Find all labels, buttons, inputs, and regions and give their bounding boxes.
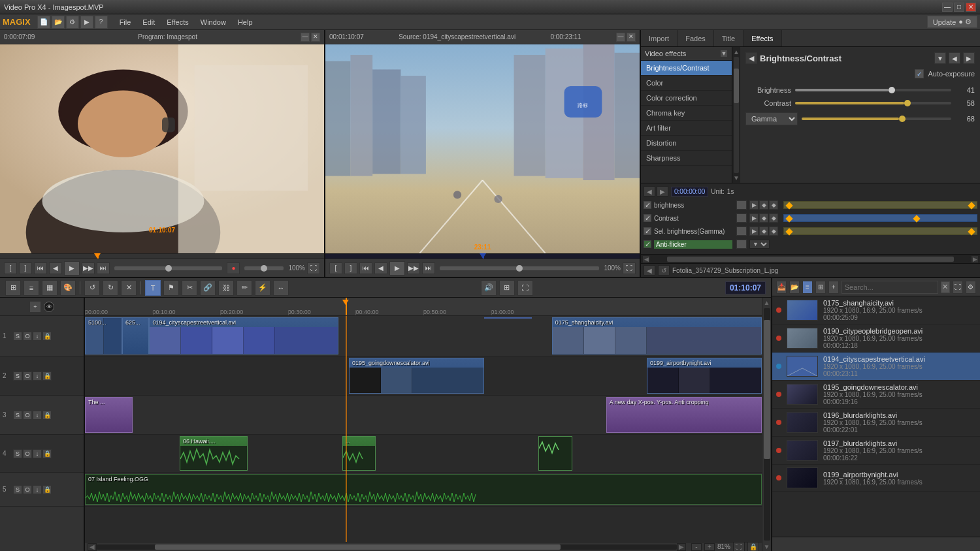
effects-item-sharpness[interactable]: Sharpness xyxy=(641,151,732,166)
effects-item-brightness-contrast[interactable]: Brightness/Contrast xyxy=(641,61,732,76)
menu-help[interactable]: Help xyxy=(233,17,258,27)
hscroll-thumb[interactable] xyxy=(155,544,561,550)
left-volume-dot[interactable] xyxy=(261,265,267,272)
maximize-button[interactable]: □ xyxy=(954,3,964,12)
mb-tab-folder[interactable]: 📂 xyxy=(789,281,800,294)
mb-item-0175[interactable]: 0175_shanghaicity.avi 1920 x 1080, 16:9,… xyxy=(772,296,980,324)
tl-move-tool[interactable]: ↔ xyxy=(273,280,289,296)
tl-v1-mute[interactable]: O xyxy=(23,332,32,341)
vscroll-up[interactable]: ▲ xyxy=(764,298,770,307)
left-ctrl-play[interactable]: ▶ xyxy=(64,261,80,276)
bc-back-button[interactable]: ◀ xyxy=(745,52,757,64)
scroll-up[interactable]: ▲ xyxy=(733,48,740,55)
update-button[interactable]: Update ● ⚙ xyxy=(927,16,977,28)
brightness-slider[interactable] xyxy=(795,89,951,91)
tl-v4-lock[interactable]: 🔒 xyxy=(42,449,52,458)
media-search-clear[interactable]: ✕ xyxy=(941,281,950,293)
right-preview-close[interactable]: ✕ xyxy=(627,33,636,42)
et-g-ctrl2[interactable]: ◆ xyxy=(759,227,768,236)
gamma-slider[interactable] xyxy=(802,118,951,120)
et-prev-btn[interactable]: ◀ xyxy=(644,186,655,197)
et-b-ctrl2[interactable]: ◆ xyxy=(759,200,768,210)
open-icon[interactable]: 📂 xyxy=(52,16,65,29)
tab-fades[interactable]: Fades xyxy=(678,30,714,46)
clip-hawaii[interactable]: 06 Hawaii.... xyxy=(180,436,248,471)
bc-next-btn[interactable]: ▶ xyxy=(963,52,975,64)
clip-0175[interactable]: 0175_shanghaicity.avi xyxy=(552,317,762,354)
mb-tab-grid[interactable]: ⊞ xyxy=(815,281,826,294)
right-ctrl-play[interactable]: ▶ xyxy=(389,261,405,276)
bc-dropdown-btn[interactable]: ▼ xyxy=(934,52,946,64)
et-next-btn[interactable]: ▶ xyxy=(657,186,668,197)
right-expand-btn[interactable]: ⛶ xyxy=(623,262,636,274)
right-preview-scrubber[interactable] xyxy=(325,253,640,259)
right-ctrl-back[interactable]: ◀ xyxy=(374,262,387,274)
mb-item-0194[interactable]: 0194_cityscapestreetvertical.avi 1920 x … xyxy=(772,353,980,381)
mb-expand[interactable]: ⛶ xyxy=(953,281,963,294)
tl-effect-tool[interactable]: ⚡ xyxy=(255,280,270,296)
menu-window[interactable]: Window xyxy=(195,17,231,27)
mb-item-0199[interactable]: 0199_airportbynight.avi 1920 x 1080, 16:… xyxy=(772,465,980,492)
clip-0199[interactable]: 0199_airportbynight.avi xyxy=(647,358,762,394)
mb-item-0196[interactable]: 0196_blurdarklights.avi 1920 x 1080, 16:… xyxy=(772,409,980,437)
effects-item-distortion[interactable]: Distortion xyxy=(641,136,732,151)
left-ctrl-fwd[interactable]: ▶▶ xyxy=(82,262,95,274)
tl-grid-tool[interactable]: ⊞ xyxy=(5,280,21,296)
menu-file[interactable]: File xyxy=(114,17,137,27)
tl-color-tool[interactable]: 🎨 xyxy=(60,280,76,296)
tl-v2-mute[interactable]: O xyxy=(23,371,32,381)
tl-volume-icon[interactable]: 🔊 xyxy=(481,280,497,296)
clip-anewday[interactable]: A new day X-pos. Y-pos. Anti cropping xyxy=(606,397,762,433)
tl-v1-s[interactable]: S xyxy=(13,332,22,341)
tl-fit-btn[interactable]: ⛶ xyxy=(733,542,745,552)
effects-item-chroma-key[interactable]: Chroma key xyxy=(641,106,732,121)
clip-0195[interactable]: 0195_goingdownescalator.avi xyxy=(349,358,484,394)
menu-edit[interactable]: Edit xyxy=(137,17,160,27)
tl-lock-btn[interactable]: 🔒 xyxy=(747,542,759,552)
left-scrubber-bar[interactable] xyxy=(114,266,222,270)
track-add-btn[interactable]: + xyxy=(29,301,41,313)
et-gamma-checkbox[interactable]: ✓ xyxy=(644,227,651,235)
close-button[interactable]: ✕ xyxy=(966,3,976,12)
mb-item-0197[interactable]: 0197_blurdarklights.avi 1920 x 1080, 16:… xyxy=(772,437,980,465)
et-brightness-checkbox[interactable]: ✓ xyxy=(644,201,651,209)
tl-v5-t[interactable]: ↓ xyxy=(33,485,42,494)
et-c-ctrl1[interactable]: ▶ xyxy=(749,213,759,223)
tl-v4-mute[interactable]: O xyxy=(23,449,32,458)
tl-undo[interactable]: ↺ xyxy=(84,280,100,296)
hscroll-left-btn[interactable]: ◀ xyxy=(88,543,97,551)
tl-mark-tool[interactable]: ⚑ xyxy=(163,280,179,296)
clip-audio3[interactable] xyxy=(538,436,572,471)
effects-scroll-track[interactable] xyxy=(651,257,970,262)
right-ctrl-out[interactable]: ] xyxy=(344,262,357,274)
tl-v3-t[interactable]: ↓ xyxy=(33,411,42,420)
auto-exposure-checkbox[interactable]: ✓ xyxy=(915,69,924,78)
left-ctrl-back[interactable]: ◀ xyxy=(49,262,62,274)
et-gamma-color[interactable] xyxy=(736,227,747,236)
et-antiflicker-select[interactable]: ▼ xyxy=(749,240,770,249)
left-ctrl-out[interactable]: ] xyxy=(19,262,32,274)
render-icon[interactable]: ▶ xyxy=(80,16,93,29)
scroll-down[interactable]: ▼ xyxy=(733,174,740,181)
vscroll-down[interactable]: ▼ xyxy=(764,542,770,551)
right-ctrl-next[interactable]: ⏭ xyxy=(422,262,435,274)
media-search-input[interactable] xyxy=(841,281,938,294)
menu-effects[interactable]: Effects xyxy=(161,17,193,27)
effects-scroll-thumb[interactable] xyxy=(667,257,953,262)
mb-item-0190[interactable]: 0190_citypeoplebridgeopen.avi 1920 x 108… xyxy=(772,324,980,353)
tl-v1-t[interactable]: ↓ xyxy=(33,332,42,341)
right-scrubber-dot[interactable] xyxy=(516,265,523,272)
tl-delete[interactable]: ✕ xyxy=(121,280,137,296)
left-ctrl-next[interactable]: ⏭ xyxy=(97,262,110,274)
tl-v3-mute[interactable]: O xyxy=(23,411,32,420)
tl-zoom-out[interactable]: - xyxy=(691,543,702,551)
tl-text-tool[interactable]: T xyxy=(145,280,161,296)
et-contrast-checkbox[interactable]: ✓ xyxy=(644,214,651,222)
clip-the[interactable]: The ... xyxy=(85,397,133,433)
gamma-select[interactable]: Gamma Linear Logarithmic xyxy=(745,112,798,125)
effects-list-dropdown[interactable]: ▼ xyxy=(720,50,728,57)
scroll-track[interactable] xyxy=(734,57,739,173)
tl-v3-lock[interactable]: 🔒 xyxy=(42,411,52,420)
mb-settings[interactable]: ⚙ xyxy=(966,281,976,294)
et-antiflicker-checkbox[interactable]: ✓ xyxy=(644,240,651,248)
